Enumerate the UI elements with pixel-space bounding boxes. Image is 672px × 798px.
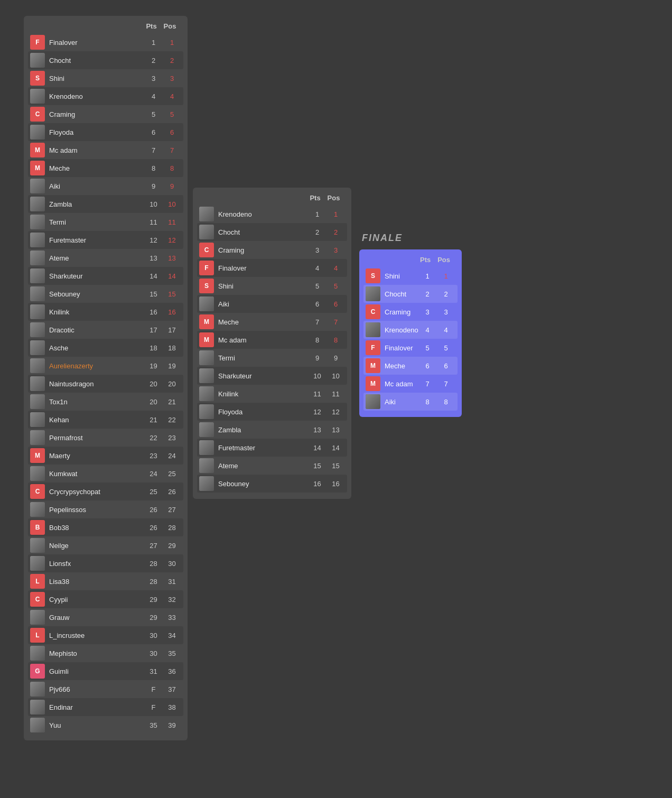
table-row: F Finalover 4 4 [197, 259, 347, 277]
player-pos: 22 [163, 416, 181, 424]
player-pos: 9 [326, 354, 345, 362]
pos-header: Pos [324, 194, 343, 202]
finale-player-list: S Shini 1 1 Chocht 2 2 C Craming 3 3 Kre… [363, 267, 458, 411]
player-pos: 38 [163, 703, 181, 711]
player-pts: 26 [144, 524, 163, 532]
player-name: Permafrost [49, 434, 144, 442]
player-name: Kehan [49, 416, 144, 424]
player-pts: 9 [308, 354, 326, 362]
table-row: M Meche 6 6 [363, 357, 458, 375]
table-row: Sharkuteur 14 14 [28, 267, 183, 285]
player-pts: 18 [144, 344, 163, 352]
player-pts: 1 [418, 272, 437, 280]
table-row: Lionsfx 28 30 [28, 554, 183, 572]
avatar [30, 556, 45, 571]
player-pos: 18 [163, 344, 181, 352]
player-name: Termi [218, 354, 308, 362]
avatar: M [199, 314, 214, 329]
player-pts: 30 [144, 649, 163, 657]
player-pos: 10 [326, 372, 345, 380]
table-row: Furetmaster 12 12 [28, 231, 183, 249]
player-pts: 6 [144, 128, 163, 136]
player-pts: 4 [418, 326, 437, 334]
player-name: Chocht [49, 57, 144, 64]
player-pos: 35 [163, 649, 181, 657]
avatar [199, 404, 214, 419]
player-name: Asche [49, 344, 144, 352]
avatar: F [30, 35, 45, 50]
table-row: F Finalover 1 1 [28, 33, 183, 51]
avatar [366, 286, 380, 301]
avatar [30, 538, 45, 553]
player-pos: 33 [163, 614, 181, 621]
avatar [30, 394, 45, 409]
player-pos: 15 [163, 290, 181, 298]
player-pos: 34 [163, 632, 181, 639]
avatar [30, 502, 45, 517]
table-row: Chocht 2 2 [363, 285, 458, 303]
player-name: Craming [218, 246, 308, 254]
player-pts: 29 [144, 596, 163, 604]
player-name: Finalover [385, 344, 418, 352]
avatar [199, 350, 214, 365]
player-name: Ateme [49, 254, 144, 262]
finale-label: FINALE [362, 233, 403, 244]
table-row: G Guimli 31 36 [28, 662, 183, 680]
table-row: Pjv666 F 37 [28, 680, 183, 698]
player-pts: 2 [418, 290, 437, 298]
player-pts: 1 [144, 39, 163, 47]
table-row: Sebouney 16 16 [197, 475, 347, 493]
player-pts: 26 [144, 506, 163, 514]
avatar [30, 322, 45, 337]
player-name: Mephisto [49, 649, 144, 657]
player-pts: 5 [308, 282, 326, 290]
player-pos: 7 [163, 146, 181, 154]
player-name: Knilink [49, 308, 144, 316]
player-pos: 26 [163, 488, 181, 496]
player-pts: 7 [144, 146, 163, 154]
player-pos: 5 [326, 282, 345, 290]
avatar [199, 225, 214, 239]
player-pos: 37 [163, 685, 181, 693]
player-pos: 11 [326, 390, 345, 398]
player-pts: 20 [144, 398, 163, 406]
player-pts: 6 [308, 300, 326, 308]
player-pts: 10 [144, 200, 163, 208]
avatar [199, 458, 214, 473]
player-pts: 19 [144, 362, 163, 370]
player-name: Pjv666 [49, 685, 144, 693]
mid-leaderboard-panel: Pts Pos Krenodeno 1 1 Chocht 2 2 C Crami… [193, 188, 351, 499]
player-name: Floyoda [49, 128, 144, 136]
player-pts: 31 [144, 667, 163, 675]
table-row: Krenodeno 4 4 [363, 321, 458, 339]
avatar: S [199, 279, 214, 293]
avatar [30, 700, 45, 715]
player-name: Craming [385, 308, 418, 316]
player-name: Mc adam [385, 380, 418, 388]
player-name: Termi [49, 218, 144, 226]
table-row: C Cyypii 29 32 [28, 590, 183, 608]
player-name: Chocht [385, 290, 418, 298]
player-pts: 14 [308, 444, 326, 452]
player-pos: 3 [163, 75, 181, 82]
table-row: S Shini 5 5 [197, 277, 347, 295]
player-pos: 4 [326, 264, 345, 272]
player-name: Aiki [385, 398, 418, 406]
table-row: Pepelinssos 26 27 [28, 500, 183, 518]
avatar [30, 286, 45, 301]
player-pos: 4 [437, 326, 455, 334]
avatar [30, 179, 45, 193]
table-row: Krenodeno 4 4 [28, 87, 183, 105]
finale-panel-header: Pts Pos [363, 256, 458, 264]
table-row: S Shini 1 1 [363, 267, 458, 285]
avatar [199, 296, 214, 311]
avatar: C [30, 107, 45, 122]
player-pos: 32 [163, 596, 181, 604]
avatar: C [30, 592, 45, 607]
pts-header: Pts [306, 194, 324, 202]
player-name: Krenodeno [385, 326, 418, 334]
player-pts: 3 [308, 246, 326, 254]
player-name: Chocht [218, 228, 308, 236]
player-pos: 3 [326, 246, 345, 254]
player-name: Ateme [218, 462, 308, 470]
